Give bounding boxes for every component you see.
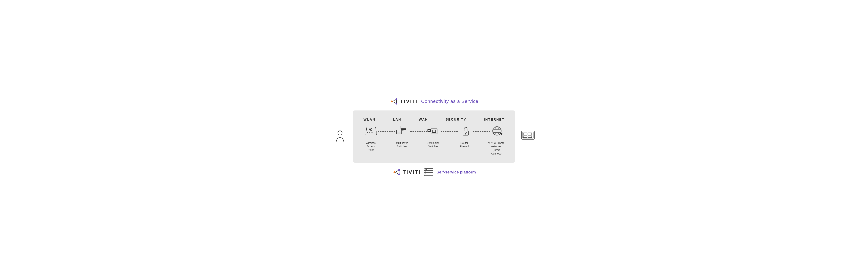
footer-tiviti-logo-icon: [392, 169, 401, 176]
label-security: SECURITY: [445, 118, 466, 122]
footer-tiviti-logo: TIVITI: [392, 169, 421, 176]
page-wrapper: TIVITI Connectivity as a Service WLAN LA…: [326, 98, 542, 176]
svg-rect-15: [401, 126, 406, 129]
svg-point-32: [493, 127, 501, 135]
svg-point-46: [398, 173, 400, 175]
svg-rect-39: [528, 133, 532, 135]
svg-point-14: [370, 129, 371, 130]
label-wan: WAN: [419, 118, 428, 122]
svg-rect-25: [428, 129, 431, 132]
device-label-security: Router Firewall: [457, 141, 472, 156]
svg-line-9: [375, 127, 375, 131]
computer-icon-right: [519, 129, 537, 144]
svg-point-45: [398, 169, 400, 171]
wlan-device-icon: [364, 125, 378, 138]
dash-1: [378, 131, 395, 132]
svg-line-3: [393, 100, 396, 101]
svg-line-47: [395, 170, 398, 172]
security-device-icon: [458, 125, 473, 138]
device-label-lan: Multi-layer Switches: [395, 141, 409, 156]
svg-point-0: [391, 101, 393, 102]
tiviti-logo-text: TIVITI: [400, 99, 418, 104]
lan-device-icon: [395, 125, 410, 138]
svg-point-30: [465, 132, 466, 134]
svg-point-12: [371, 132, 373, 133]
svg-rect-40: [523, 136, 527, 138]
label-wlan: WLAN: [364, 118, 375, 122]
device-label-wlan: Wireless Access Point: [364, 141, 378, 156]
device-label-internet: VPN & Private networks (Direct Connect): [488, 141, 504, 156]
svg-point-63: [426, 169, 427, 170]
label-lan: LAN: [393, 118, 401, 122]
svg-point-44: [394, 171, 395, 173]
device-label-wan: Distribution Switches: [426, 141, 440, 156]
svg-point-33: [495, 127, 499, 135]
svg-rect-18: [397, 130, 402, 134]
header-tagline: Connectivity as a Service: [421, 99, 478, 104]
label-internet: INTERNET: [484, 118, 504, 122]
svg-point-10: [367, 132, 368, 133]
svg-rect-27: [432, 130, 436, 133]
diagram-box: WLAN LAN WAN SECURITY INTERNET: [353, 110, 515, 163]
footer-tiviti-logo-text: TIVITI: [403, 169, 421, 175]
svg-rect-41: [528, 136, 532, 138]
dash-2: [410, 131, 427, 132]
svg-line-23: [401, 130, 403, 132]
svg-point-1: [396, 98, 397, 100]
tiviti-logo: TIVITI: [390, 98, 418, 105]
svg-point-62: [425, 169, 426, 170]
svg-rect-24: [431, 129, 437, 134]
internet-device-icon: [490, 125, 504, 138]
svg-point-28: [435, 132, 436, 133]
dash-4: [473, 131, 490, 132]
platform-icon: [424, 168, 434, 176]
footer-tagline: Self-service platform: [437, 170, 476, 175]
tiviti-logo-icon: [390, 98, 399, 105]
wan-device-icon: [427, 125, 441, 138]
svg-line-4: [393, 101, 396, 103]
svg-rect-29: [463, 131, 468, 135]
footer-logo-area: TIVITI Self-service platform: [392, 168, 476, 176]
dash-3: [441, 131, 458, 132]
svg-rect-7: [365, 131, 377, 135]
person-icon-left: [331, 129, 349, 144]
header-logo-area: TIVITI Connectivity as a Service: [390, 98, 478, 105]
svg-rect-38: [523, 133, 527, 135]
svg-line-8: [366, 127, 367, 131]
svg-point-2: [396, 103, 397, 104]
svg-line-48: [395, 172, 398, 174]
main-content: WLAN LAN WAN SECURITY INTERNET: [326, 110, 542, 163]
svg-point-11: [369, 132, 370, 133]
